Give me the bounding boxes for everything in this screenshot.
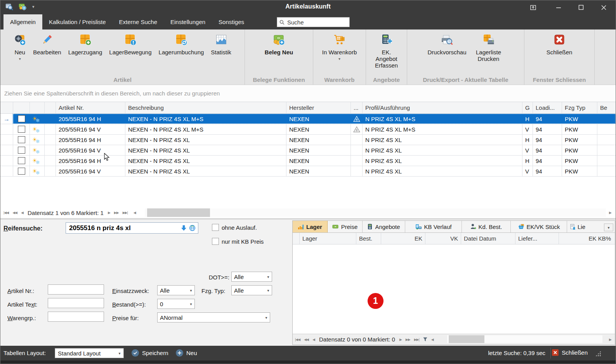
statistik-button[interactable]: Statistik — [207, 32, 235, 56]
tab-sonstiges[interactable]: Sonstiges — [212, 14, 251, 29]
lagerbewegung-button[interactable]: LagerBewegung — [106, 32, 155, 56]
group-by-panel[interactable]: Ziehen Sie eine Spaltenüberschrift in di… — [0, 85, 616, 102]
table-row[interactable]: ☀❄ 205/55R16 94 H NEXEN - N PRIZ 4S XL N… — [0, 135, 616, 145]
bearbeiten-button[interactable]: Bearbeiten — [29, 32, 65, 56]
header-beschreibung[interactable]: Beschreibung — [125, 102, 286, 113]
nav-prev-page-icon[interactable]: ◀◀ — [12, 211, 17, 215]
nav-next-page-icon[interactable]: ▶▶ — [406, 338, 410, 341]
beleg-neu-button[interactable]: Beleg Neu — [261, 32, 297, 56]
header-be[interactable]: Be — [597, 102, 616, 113]
scroll-right-icon[interactable]: ▶ — [609, 211, 611, 215]
lagerliste-drucken-button[interactable]: Lagerliste Drucken — [470, 32, 507, 63]
search-go-arrow-icon[interactable] — [181, 225, 187, 231]
header-fzg-typ[interactable]: Fzg Typ — [562, 102, 597, 113]
in-warenkorb-button[interactable]: In Warenkorb ▾ — [319, 32, 360, 62]
quick-access-search-icon[interactable] — [5, 2, 14, 11]
filter-icon[interactable] — [423, 337, 428, 342]
ohne-auslauf-checkbox[interactable]: ohne Auslauf. — [212, 224, 257, 231]
quick-access-beleg-neu-icon[interactable] — [18, 2, 27, 11]
preise-fuer-combo[interactable]: ANormal▾ — [157, 312, 270, 322]
nav-first-icon[interactable]: |◀◀ — [295, 338, 300, 341]
splitter[interactable] — [0, 218, 616, 220]
tab-lager[interactable]: Lager — [293, 221, 328, 232]
row-checkbox[interactable] — [18, 147, 25, 154]
header-artikel-nr[interactable]: Artikel Nr. — [56, 102, 125, 113]
layout-combo[interactable]: Standard Layout▾ — [55, 348, 124, 358]
header-liefer[interactable]: Liefer... — [515, 233, 559, 244]
row-checkbox[interactable] — [18, 168, 25, 175]
header-snow-symbol[interactable]: ... — [351, 102, 363, 113]
header-loadindex[interactable]: Loadi... — [533, 102, 562, 113]
web-search-globe-icon[interactable] — [189, 225, 196, 231]
quick-access-dropdown-icon[interactable]: ▾ — [32, 4, 35, 9]
scrollbar-thumb[interactable] — [449, 335, 484, 343]
table-row[interactable]: ☀❄ 205/55R16 94 H NEXEN - N PRIZ 4S XL N… — [0, 156, 616, 166]
nav-prev-page-icon[interactable]: ◀◀ — [304, 338, 309, 341]
nav-last-icon[interactable]: ▶▶| — [414, 338, 419, 341]
header-checkbox[interactable] — [13, 102, 30, 113]
layout-neu-button[interactable]: Neu — [176, 349, 197, 357]
header-ek-kb[interactable]: EK KB% — [559, 233, 615, 244]
header-datei-datum[interactable]: Datei Datum — [461, 233, 515, 244]
header-lager[interactable]: Lager — [300, 233, 356, 244]
tab-preise[interactable]: Preise — [328, 221, 363, 232]
schliessen-button[interactable]: Schließen — [543, 32, 576, 56]
scroll-right-icon[interactable]: ▶ — [609, 338, 611, 341]
table-row[interactable]: ☀❄ 205/55R16 94 V NEXEN - N PRIZ 4S XL M… — [0, 124, 616, 135]
checkbox-box[interactable] — [212, 238, 219, 245]
table-row[interactable]: → ☀❄ 205/55R16 94 H NEXEN - N PRIZ 4S XL… — [0, 114, 616, 124]
tab-angebote[interactable]: Angebote — [363, 221, 405, 232]
header-season[interactable] — [30, 102, 45, 113]
neu-button[interactable]: Neu ▾ — [10, 32, 29, 62]
reifensuche-input[interactable] — [66, 224, 181, 232]
nav-next-icon[interactable]: ▶ — [399, 338, 402, 341]
ek-angebot-erfassen-button[interactable]: EK. Angebot Erfassen — [368, 32, 405, 69]
row-checkbox[interactable] — [18, 126, 25, 133]
table-row[interactable]: ☀❄ 205/55R16 94 V NEXEN - N PRIZ 4S XL N… — [0, 166, 616, 177]
row-checkbox[interactable] — [18, 115, 25, 122]
lagerumbuchung-button[interactable]: Lagerumbuchung — [155, 32, 208, 56]
table-row[interactable]: ☀❄ 205/55R16 94 V NEXEN - N PRIZ 4S XL N… — [0, 145, 616, 156]
header-g[interactable]: G — [522, 102, 533, 113]
header-best[interactable]: Best. — [356, 233, 381, 244]
bestand-combo[interactable]: 0▾ — [157, 299, 195, 309]
header-hersteller[interactable]: Hersteller — [286, 102, 351, 113]
nur-mit-kb-preis-checkbox[interactable]: nur mit KB Preis — [212, 238, 264, 245]
search-input[interactable] — [286, 19, 365, 26]
tab-kalkulation-preisliste[interactable]: Kalkulation / Preisliste — [42, 14, 113, 29]
tab-kd-best[interactable]: Kd. Best. — [462, 221, 511, 232]
tab-allgemein[interactable]: Allgemein — [3, 14, 42, 29]
row-checkbox[interactable] — [18, 136, 25, 143]
resize-grip[interactable] — [595, 351, 601, 356]
artikel-nr-input[interactable] — [48, 284, 104, 295]
scroll-left-icon[interactable]: ◀ — [431, 338, 434, 341]
nav-next-page-icon[interactable]: ▶▶ — [114, 211, 119, 215]
tab-externe-suche[interactable]: Externe Suche — [113, 14, 164, 29]
tab-overflow-dropdown[interactable]: ▾ — [604, 224, 613, 231]
minimize-button[interactable] — [550, 0, 567, 14]
header-vk[interactable]: VK — [425, 233, 461, 244]
tab-kb-verlauf[interactable]: KB Verlauf — [405, 221, 462, 232]
layout-speichern-button[interactable]: Speichern — [132, 349, 168, 357]
nav-prev-icon[interactable]: ◀ — [312, 338, 315, 341]
popout-window-button[interactable] — [524, 0, 542, 14]
horizontal-scrollbar[interactable] — [447, 335, 602, 343]
tab-einstellungen[interactable]: Einstellungen — [164, 14, 212, 29]
detail-table-body[interactable]: 1 — [293, 244, 615, 334]
statusbar-schliessen-button[interactable]: Schließen — [552, 349, 588, 356]
header-blank[interactable] — [45, 102, 56, 113]
nav-last-icon[interactable]: ▶▶| — [123, 211, 128, 215]
nav-first-icon[interactable]: |◀◀ — [3, 211, 9, 215]
ribbon-search-box[interactable] — [277, 17, 350, 27]
tab-ekvk-stueck[interactable]: EK/VK Stück — [511, 221, 567, 232]
scrollbar-thumb[interactable] — [147, 208, 210, 217]
maximize-button[interactable] — [572, 0, 590, 14]
header-ek[interactable]: EK — [381, 233, 425, 244]
lagerzugang-button[interactable]: Lagerzugang — [65, 32, 106, 56]
scroll-left-icon[interactable]: ◀ — [134, 211, 136, 215]
einsatzzweck-combo[interactable]: Alle▾ — [157, 285, 195, 295]
close-window-button[interactable] — [595, 0, 613, 14]
nav-next-icon[interactable]: ▶ — [108, 211, 110, 215]
header-profil[interactable]: Profil/Ausführung — [363, 102, 522, 113]
nav-prev-icon[interactable]: ◀ — [21, 211, 23, 215]
